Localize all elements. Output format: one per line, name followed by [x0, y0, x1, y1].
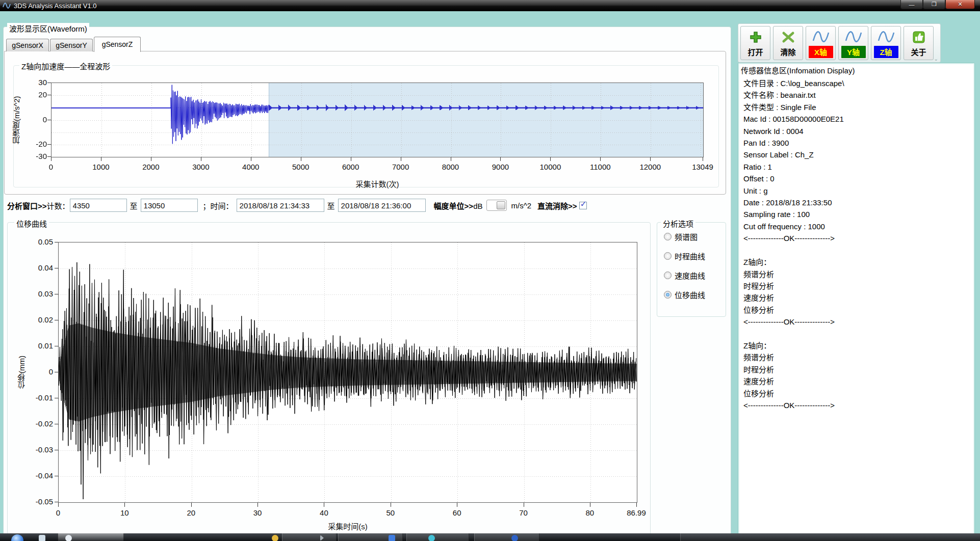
start-orb-icon[interactable] — [11, 534, 23, 541]
info-panel-text[interactable]: 文件目录 : C:\log_beanscape\文件名称 : beanair.t… — [743, 77, 968, 411]
info-line: Sensor Label : Ch_Z — [743, 149, 968, 160]
taskbar-icon[interactable] — [39, 535, 45, 541]
axis-tick-label: -20 — [24, 140, 47, 148]
taskbar-app-button[interactable] — [282, 533, 337, 541]
disp-plot[interactable] — [58, 242, 637, 503]
info-line: 位移分析 — [743, 304, 968, 316]
axis-tick-mark — [301, 157, 301, 161]
clear-button[interactable]: 清除 — [773, 26, 803, 60]
unit-toggle-switch[interactable] — [486, 200, 507, 211]
info-line: 时程分析 — [743, 364, 968, 375]
y-axis-button[interactable]: Y轴 — [838, 26, 868, 60]
axis-tick-label: 8000 — [435, 163, 466, 171]
axis-tick-label: 9000 — [485, 163, 515, 171]
info-line: 频谱分析 — [743, 351, 968, 363]
close-button[interactable]: ✕ — [945, 0, 975, 9]
axis-tick-mark — [151, 157, 151, 161]
axis-tick-label: 6000 — [336, 163, 366, 171]
taskbar-icon[interactable] — [511, 535, 518, 541]
time-from-input[interactable] — [237, 199, 324, 212]
tab-gsensorx[interactable]: gSensorX — [6, 39, 49, 51]
accel-x-axis-title: 采集计数(次) — [51, 178, 704, 189]
axis-tick-mark — [55, 294, 58, 294]
axis-tick-mark — [401, 157, 401, 161]
info-line: Sampling rate : 100 — [743, 208, 968, 220]
axis-tick-mark — [524, 503, 524, 507]
app-sine-icon — [3, 2, 11, 10]
axis-tick-label: 3000 — [186, 163, 216, 171]
taskbar-tray-area[interactable] — [680, 533, 980, 541]
axis-tick-label: 2000 — [136, 163, 166, 171]
taskbar-icon[interactable] — [65, 535, 72, 541]
to-label-1: 至 — [130, 200, 138, 211]
check-icon: ✓ — [580, 199, 587, 209]
time-label: ；时间： — [203, 200, 234, 211]
toolbar-expander-icon[interactable]: ⌄ — [934, 56, 938, 62]
restore-button[interactable]: ❐ — [923, 0, 945, 9]
client-area: 波形显示区(Waveform) gSensorXgSensorYgSensorZ… — [0, 11, 980, 533]
info-line: 文件类型 : Single File — [743, 101, 968, 113]
option-time-history[interactable]: 时程曲线 — [664, 251, 705, 261]
sine-icon — [878, 29, 895, 45]
toggle-handle[interactable] — [497, 201, 505, 209]
axis-tick-label: 5000 — [286, 163, 316, 171]
radio-icon[interactable] — [664, 291, 672, 299]
info-line: 位移分析 — [743, 388, 968, 399]
radio-icon[interactable] — [664, 252, 672, 260]
x-axis-button[interactable]: X轴 — [806, 26, 836, 60]
dc-removal-checkbox[interactable]: ✓ — [579, 202, 587, 209]
option-velocity[interactable]: 速度曲线 — [664, 270, 705, 281]
tab-gsensorz[interactable]: gSensorZ — [94, 37, 141, 52]
axis-tick-label: 13049 — [687, 163, 718, 171]
taskbar-app-button[interactable] — [406, 533, 469, 541]
open-button-label: 打开 — [747, 46, 763, 57]
axis-tick-mark — [47, 95, 51, 95]
axis-tick-mark — [451, 157, 451, 161]
axis-tick-mark — [47, 120, 51, 120]
analysis-window-controls: 分析窗口>>计数： 至 ；时间： 至 幅度单位>>dB m/s^2 直流消除>>… — [7, 198, 587, 213]
info-line: <--------------OK--------------> — [743, 232, 968, 244]
axis-tick-label: -0.05 — [22, 497, 53, 506]
info-line: Mac Id : 00158D00000E0E21 — [743, 113, 968, 125]
window-controls: — ❐ ✕ — [900, 0, 975, 9]
info-line: Z轴向： — [743, 340, 968, 351]
axis-tick-mark — [201, 157, 201, 161]
minimize-button[interactable]: — — [900, 0, 923, 9]
radio-icon[interactable] — [664, 233, 672, 240]
open-button[interactable]: 打开 — [740, 26, 770, 60]
info-line — [743, 245, 968, 256]
taskbar-icon[interactable] — [389, 535, 395, 541]
window-titlebar: 3DS Analysis Assistant V1.0 — ❐ ✕ — [0, 0, 980, 11]
time-to-input[interactable] — [338, 199, 426, 212]
accel-chart-title: Z轴向加速度——全程波形 — [19, 61, 112, 71]
taskbar-app-button[interactable] — [474, 533, 539, 541]
axis-tick-mark — [55, 268, 58, 268]
axis-tick-label: 60 — [439, 508, 475, 517]
about-button[interactable]: 关于 — [904, 26, 934, 60]
option-displacement[interactable]: 位移曲线 — [664, 289, 705, 300]
axis-tick-label: 20 — [24, 90, 47, 99]
option-time-history-label: 时程曲线 — [675, 251, 705, 261]
axis-tick-label: 30 — [240, 508, 275, 517]
count-from-input[interactable] — [70, 199, 127, 212]
axis-tick-mark — [636, 503, 637, 507]
taskbar-icon[interactable] — [428, 535, 435, 541]
axis-tick-mark — [55, 502, 58, 502]
taskbar[interactable] — [0, 533, 980, 541]
axis-tick-mark — [47, 144, 51, 145]
z-axis-button[interactable]: Z轴 — [871, 26, 901, 60]
taskbar-icon[interactable] — [272, 535, 278, 541]
axis-tick-label: -30 — [24, 152, 47, 160]
count-to-input[interactable] — [141, 199, 198, 212]
accel-plot[interactable] — [51, 83, 704, 157]
taskbar-icon[interactable] — [320, 535, 324, 541]
radio-icon[interactable] — [664, 272, 672, 279]
info-line: 速度分析 — [743, 375, 968, 387]
axis-tick-mark — [55, 372, 58, 372]
option-spectrum[interactable]: 频谱图 — [664, 231, 698, 242]
accel-waveform-canvas — [51, 83, 703, 157]
tab-gsensory[interactable]: gSensorY — [50, 39, 93, 51]
info-line: Z轴向： — [743, 256, 968, 268]
axis-tick-label: 11000 — [585, 163, 615, 171]
axis-tick-mark — [55, 346, 58, 346]
